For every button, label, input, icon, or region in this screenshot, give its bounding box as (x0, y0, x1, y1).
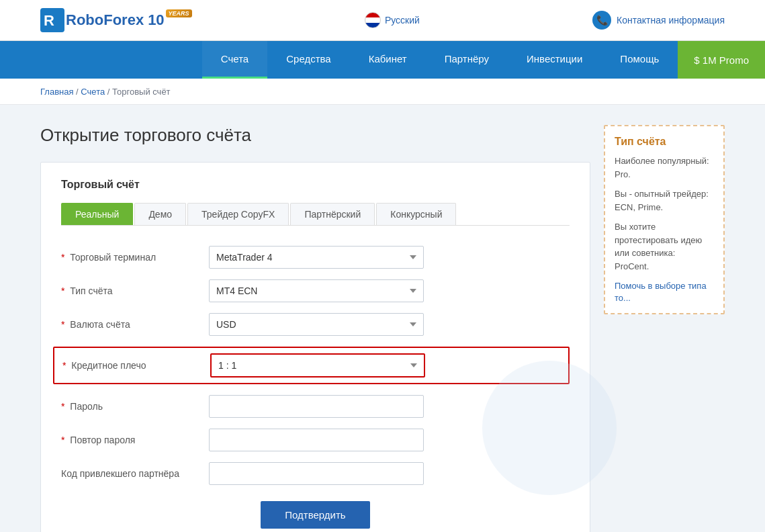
page-content: Открытие торгового счёта Торговый счёт Р… (0, 105, 765, 532)
info-prefix-2: Вы хотите протестировать идею или советн… (615, 222, 702, 258)
control-terminal: MetaTrader 4 MetaTrader 5 cTrader R WebT… (209, 246, 424, 269)
required-star-terminal: * (61, 252, 64, 263)
input-password[interactable] (209, 395, 424, 418)
main-area: Открытие торгового счёта Торговый счёт Р… (40, 125, 590, 532)
field-password: * Пароль (61, 395, 570, 418)
breadcrumb-home[interactable]: Главная (40, 87, 73, 97)
contact-info[interactable]: 📞 Контактная информация (592, 11, 725, 30)
tab-partner[interactable]: Партнёрский (290, 203, 375, 225)
nav-item-investments[interactable]: Инвестиции (508, 41, 601, 79)
logo[interactable]: R RoboForex 10 YEARS (40, 8, 192, 32)
form-card-title: Торговый счёт (61, 179, 570, 191)
label-password: * Пароль (61, 401, 209, 412)
label-currency: * Валюта счёта (61, 319, 209, 330)
form-card: Торговый счёт Реальный Демо Трейдер Copy… (40, 162, 590, 532)
language-selector[interactable]: Русский (365, 12, 420, 28)
info-section-0: Наиболее популярный: Pro. (615, 154, 714, 181)
logo-icon: R (40, 8, 64, 32)
info-section-1: Вы - опытный трейдер: ECN, Prime. (615, 187, 714, 214)
field-password-confirm: * Повтор пароля (61, 429, 570, 451)
field-currency: * Валюта счёта USD EUR GBP RUB (61, 313, 570, 336)
info-link[interactable]: Помочь в выборе типа то... (615, 281, 707, 303)
info-section-2: Вы хотите протестировать идею или советн… (615, 220, 714, 273)
control-password (209, 395, 424, 418)
info-box: Тип счёта Наиболее популярный: Pro. Вы -… (604, 125, 725, 314)
flag-icon (365, 12, 381, 28)
language-label: Русский (385, 15, 420, 26)
control-currency: USD EUR GBP RUB (209, 313, 424, 336)
nav-item-partner[interactable]: Партнёру (426, 41, 508, 79)
submit-button[interactable]: Подтвердить (261, 501, 369, 529)
phone-icon: 📞 (592, 11, 611, 30)
info-prefix-0: Наиболее популярный: (615, 156, 709, 166)
nav-item-help[interactable]: Помощь (601, 41, 678, 79)
field-account-type: * Тип счёта MT4 ECN MT4 Pro MT4 Prime MT… (61, 279, 570, 302)
logo-text: RoboForex (66, 11, 144, 29)
nav-item-accounts[interactable]: Счета (202, 41, 267, 79)
select-currency[interactable]: USD EUR GBP RUB (209, 313, 424, 336)
required-star-password: * (61, 401, 64, 412)
required-star-password-confirm: * (61, 435, 64, 445)
input-partner-code[interactable] (209, 462, 424, 485)
nav-promo[interactable]: $ 1M Promo (678, 41, 765, 79)
label-partner-code: Код привлекшего партнёра (61, 468, 209, 479)
label-password-confirm: * Повтор пароля (61, 435, 209, 445)
contact-label: Контактная информация (617, 15, 725, 26)
required-star-account-type: * (61, 285, 64, 296)
tab-real[interactable]: Реальный (61, 203, 133, 225)
control-password-confirm (209, 429, 424, 451)
breadcrumb: Главная / Счета / Торговый счёт (40, 87, 171, 97)
breadcrumb-bar: Главная / Счета / Торговый счёт (0, 79, 765, 105)
select-terminal[interactable]: MetaTrader 4 MetaTrader 5 cTrader R WebT… (209, 246, 424, 269)
breadcrumb-current: Торговый счёт (112, 87, 171, 97)
info-value-2: ProCent. (615, 261, 649, 271)
account-tabs: Реальный Демо Трейдер CopyFX Партнёрский… (61, 203, 570, 226)
required-star-leverage: * (62, 360, 66, 371)
select-account-type[interactable]: MT4 ECN MT4 Pro MT4 Prime MT4 ProCent (209, 279, 424, 302)
label-account-type: * Тип счёта (61, 285, 209, 296)
control-account-type: MT4 ECN MT4 Pro MT4 Prime MT4 ProCent (209, 279, 424, 302)
field-partner-code: Код привлекшего партнёра (61, 462, 570, 485)
tab-contest[interactable]: Конкурсный (376, 203, 456, 225)
svg-text:R: R (44, 12, 54, 29)
submit-area: Подтвердить (61, 501, 570, 529)
nav-item-funds[interactable]: Средства (267, 41, 349, 79)
logo-years: 10 (148, 11, 164, 29)
main-nav: Счета Средства Кабинет Партнёру Инвестиц… (0, 41, 765, 79)
label-leverage: * Кредитное плечо (62, 360, 210, 371)
info-value-1: ECN, Prime. (615, 202, 663, 212)
select-leverage[interactable]: 1 : 1 1 : 10 1 : 50 1 : 100 1 : 200 1 : … (210, 353, 425, 378)
info-value-0: Pro. (615, 169, 631, 179)
page-title: Открытие торгового счёта (40, 125, 590, 146)
info-box-title: Тип счёта (615, 136, 714, 148)
required-star-currency: * (61, 319, 64, 330)
field-terminal: * Торговый терминал MetaTrader 4 MetaTra… (61, 246, 570, 269)
control-leverage: 1 : 1 1 : 10 1 : 50 1 : 100 1 : 200 1 : … (210, 353, 425, 378)
tab-demo[interactable]: Демо (134, 203, 186, 225)
nav-item-cabinet[interactable]: Кабинет (350, 41, 426, 79)
tab-copyfx[interactable]: Трейдер CopyFX (187, 203, 289, 225)
header: R RoboForex 10 YEARS Русский 📞 Контактна… (0, 0, 765, 41)
breadcrumb-accounts[interactable]: Счета (81, 87, 105, 97)
info-prefix-1: Вы - опытный трейдер: (615, 189, 709, 199)
input-password-confirm[interactable] (209, 429, 424, 451)
sidebar: Тип счёта Наиболее популярный: Pro. Вы -… (604, 125, 725, 532)
logo-years-badge: YEARS (166, 9, 192, 17)
control-partner-code (209, 462, 424, 485)
field-leverage: * Кредитное плечо 1 : 1 1 : 10 1 : 50 1 … (53, 347, 570, 384)
label-terminal: * Торговый терминал (61, 252, 209, 263)
